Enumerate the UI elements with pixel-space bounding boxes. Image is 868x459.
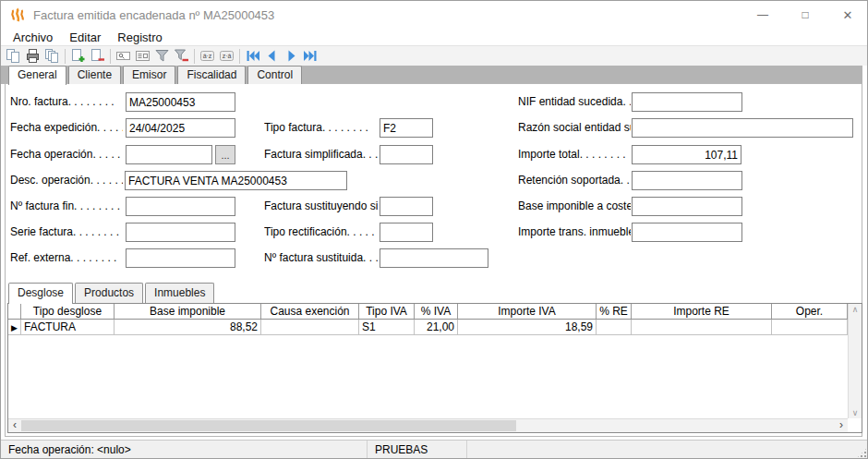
input-serie-factura[interactable] xyxy=(126,223,235,242)
scroll-right-icon[interactable]: › xyxy=(836,419,847,432)
menu-editar[interactable]: Editar xyxy=(61,30,109,44)
delete-record-button[interactable] xyxy=(88,47,107,66)
label-num-factura-fin: Nº factura fin. . . . . . . . xyxy=(10,197,123,216)
toolbar-separator xyxy=(194,49,195,64)
copy-button[interactable] xyxy=(4,47,23,66)
cell-causa-exencion[interactable] xyxy=(261,320,359,335)
label-razon-social-sucedida: Razón social entidad suc xyxy=(518,118,631,138)
tab-cliente[interactable]: Cliente xyxy=(68,66,121,84)
input-retencion-soportada[interactable] xyxy=(632,171,742,190)
cell-pct-re[interactable] xyxy=(597,320,632,335)
scroll-down-icon[interactable]: ∨ xyxy=(849,408,862,417)
label-num-factura-sustituida: Nº factura sustituida. . . xyxy=(264,248,378,268)
col-importe-re[interactable]: Importe RE xyxy=(632,304,772,320)
input-importe-total[interactable] xyxy=(632,145,741,164)
col-tipo-desglose[interactable]: Tipo desglose xyxy=(21,304,115,320)
duplicate-button[interactable] xyxy=(42,47,62,66)
horizontal-scroll-thumb[interactable] xyxy=(21,420,516,431)
svg-text:z·á: z·á xyxy=(223,53,232,59)
input-desc-operacion[interactable] xyxy=(125,171,347,190)
filter-button[interactable] xyxy=(152,47,172,66)
title-bar: Factura emitida encadenada nº MA25000453… xyxy=(1,1,868,29)
tab-fiscalidad[interactable]: Fiscalidad xyxy=(177,66,246,84)
grid-horizontal-scrollbar[interactable]: ‹ › xyxy=(8,418,848,432)
menu-archivo[interactable]: Archivo xyxy=(5,30,61,44)
col-tipo-iva[interactable]: Tipo IVA xyxy=(359,304,415,320)
input-nif-entidad-sucedida[interactable] xyxy=(632,92,742,112)
tab-emisor[interactable]: Emisor xyxy=(123,66,175,84)
last-record-button[interactable] xyxy=(301,47,320,66)
menu-registro[interactable]: Registro xyxy=(109,30,170,44)
window-controls: — □ ✕ xyxy=(741,1,868,29)
input-factura-simplificada[interactable] xyxy=(380,145,433,164)
cell-tipo-iva[interactable]: S1 xyxy=(359,320,415,335)
grid-row[interactable]: ▶ FACTURA 88,52 S1 21,00 18,59 xyxy=(8,320,848,335)
col-base-imponible[interactable]: Base imponible xyxy=(115,304,261,320)
input-num-factura-fin[interactable] xyxy=(126,197,235,216)
toolbar-separator xyxy=(110,49,111,64)
input-fecha-expedicion[interactable] xyxy=(126,118,235,138)
maximize-button[interactable]: □ xyxy=(784,1,826,29)
close-button[interactable]: ✕ xyxy=(826,1,868,29)
input-tipo-rectificacion[interactable] xyxy=(380,223,433,242)
add-record-button[interactable] xyxy=(68,47,88,66)
col-causa-exencion[interactable]: Causa exención xyxy=(261,304,359,320)
grid-header-selector xyxy=(8,304,21,320)
subtab-productos[interactable]: Productos xyxy=(75,283,143,303)
col-pct-iva[interactable]: % IVA xyxy=(415,304,458,320)
cell-oper[interactable] xyxy=(772,320,848,335)
input-factura-sustituyendo[interactable] xyxy=(380,197,433,216)
sort-asc-button[interactable]: á·z xyxy=(198,47,217,66)
cell-base-imponible[interactable]: 88,52 xyxy=(115,320,261,335)
first-record-icon xyxy=(245,48,260,64)
label-importe-trans-inmuebles: Importe trans. inmuebles s xyxy=(518,223,631,242)
input-fecha-operacion[interactable] xyxy=(126,145,212,164)
toolbar: á·z z·á xyxy=(1,45,868,66)
cell-importe-re[interactable] xyxy=(632,320,772,335)
cell-tipo-desglose[interactable]: FACTURA xyxy=(21,320,115,335)
app-logo-icon xyxy=(9,7,26,22)
col-importe-iva[interactable]: Importe IVA xyxy=(458,304,597,320)
label-fecha-expedicion: Fecha expedición. . . . . xyxy=(10,118,123,138)
grid-vertical-scrollbar[interactable]: ∧ ∨ xyxy=(848,304,862,418)
scroll-left-icon[interactable]: ‹ xyxy=(9,419,20,432)
filter-icon xyxy=(154,48,170,64)
first-record-button[interactable] xyxy=(243,47,262,66)
input-base-imponible-coste[interactable] xyxy=(632,197,742,216)
input-num-factura-sustituida[interactable] xyxy=(380,248,488,268)
previous-record-button[interactable] xyxy=(262,47,282,66)
label-nro-factura: Nro. factura. . . . . . . . xyxy=(10,92,123,112)
last-record-icon xyxy=(303,48,319,64)
tab-general[interactable]: General xyxy=(8,66,66,85)
label-factura-simplificada: Factura simplificada. . . xyxy=(264,145,378,164)
label-importe-total: Importe total. . . . . . . . xyxy=(518,145,631,164)
input-ref-externa[interactable] xyxy=(126,248,235,268)
label-ref-externa: Ref. externa. . . . . . . . xyxy=(10,248,123,268)
scroll-up-icon[interactable]: ∧ xyxy=(849,305,862,314)
print-button[interactable] xyxy=(23,47,42,66)
subtab-inmuebles[interactable]: Inmuebles xyxy=(145,283,214,303)
input-razon-social-sucedida[interactable] xyxy=(632,118,853,138)
row-marker-icon: ▶ xyxy=(11,323,18,332)
input-nro-factura[interactable] xyxy=(126,92,235,112)
tab-control[interactable]: Control xyxy=(247,66,302,84)
subtab-desglose[interactable]: Desglose xyxy=(8,283,73,304)
row-selector: ▶ xyxy=(8,320,21,335)
input-tipo-factura[interactable] xyxy=(380,118,433,138)
minimize-button[interactable]: — xyxy=(741,1,784,29)
fecha-operacion-browse-button[interactable]: ... xyxy=(215,145,235,164)
filter-remove-button[interactable] xyxy=(172,47,191,66)
next-record-button[interactable] xyxy=(282,47,301,66)
label-nif-entidad-sucedida: NIF entidad sucedida. . . xyxy=(518,92,631,112)
desglose-grid: Tipo desglose Base imponible Causa exenc… xyxy=(7,303,862,433)
search-icon xyxy=(115,48,131,64)
input-importe-trans-inmuebles[interactable] xyxy=(632,223,742,242)
menu-bar: Archivo Editar Registro xyxy=(1,29,868,45)
col-pct-re[interactable]: % RE xyxy=(597,304,632,320)
col-oper[interactable]: Oper. xyxy=(772,304,848,320)
cell-importe-iva[interactable]: 18,59 xyxy=(458,320,597,335)
cell-pct-iva[interactable]: 21,00 xyxy=(415,320,458,335)
record-view-button[interactable] xyxy=(133,47,152,66)
sort-desc-button[interactable]: z·á xyxy=(217,47,236,66)
search-button[interactable] xyxy=(114,47,133,66)
